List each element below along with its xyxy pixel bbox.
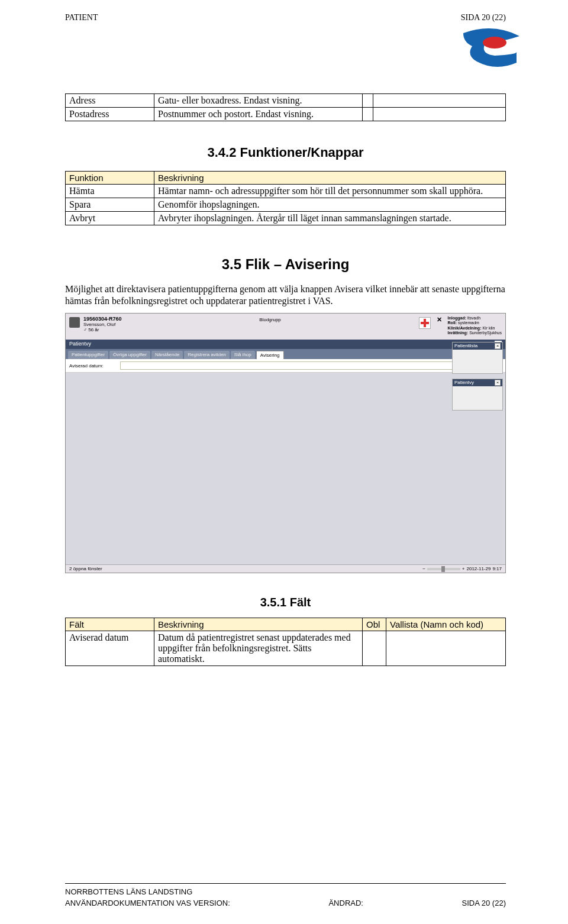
- cell: [363, 94, 373, 108]
- tab-ovriga[interactable]: Övriga uppgifter: [109, 351, 150, 359]
- bloodgroup-label: Blodgrupp: [125, 316, 415, 322]
- page-header: PATIENT SIDA 20 (22): [65, 13, 506, 22]
- heading-342: 3.4.2 Funktioner/Knappar: [65, 145, 506, 160]
- fields-table: Fält Beskrivning Obl Vallista (Namn och …: [65, 618, 506, 666]
- table-header-row: Fält Beskrivning Obl Vallista (Namn och …: [66, 618, 506, 631]
- cell: Postadress: [66, 108, 154, 121]
- cell: Gatu- eller boxadress. Endast visning.: [154, 94, 363, 108]
- page-footer: NORRBOTTENS LÄNS LANDSTING ANVÄNDARDOKUM…: [65, 883, 506, 907]
- table-row: Adress Gatu- eller boxadress. Endast vis…: [66, 94, 506, 108]
- tab-registrera-avliden[interactable]: Registrera avliden: [184, 351, 229, 359]
- panel-title: Patientvy: [454, 380, 474, 386]
- patient-name: Svensson, Olof: [83, 322, 122, 327]
- footer-changed: ÄNDRAD:: [328, 899, 363, 907]
- th-beskrivning: Beskrivning: [154, 172, 506, 185]
- open-windows-label: 2 öppna fönster: [69, 566, 102, 571]
- patient-age: ♂ 56 år: [83, 327, 122, 332]
- cell: Postnummer och postort. Endast visning.: [154, 108, 363, 121]
- status-time: 9:17: [492, 566, 502, 571]
- section-35-body: Möjlighet att direktavisera patientuppgi…: [65, 283, 506, 307]
- address-table: Adress Gatu- eller boxadress. Endast vis…: [65, 93, 506, 121]
- panel-patientvy: Patientvy×: [452, 379, 503, 411]
- aviserad-label: Aviserad datum:: [69, 363, 117, 369]
- table-row: Postadress Postnummer och postort. Endas…: [66, 108, 506, 121]
- ss-topbar: 19560304-R760 Svensson, Olof ♂ 56 år Blo…: [66, 314, 505, 340]
- cell: [373, 94, 506, 108]
- red-cross-icon: [419, 317, 431, 329]
- aviserad-row: Aviserad datum: Avisera: [66, 359, 505, 373]
- th-vallista: Vallista (Namn och kod): [386, 618, 506, 631]
- login-meta: Inloggad: ltsvadh Roll: systemadm Klinik…: [448, 316, 502, 336]
- cell: Spara: [66, 198, 154, 212]
- heading-35: 3.5 Flik – Avisering: [65, 256, 506, 273]
- header-left: PATIENT: [65, 13, 98, 22]
- tab-sla-ihop[interactable]: Slå ihop: [231, 351, 255, 359]
- cell: [386, 631, 506, 666]
- table-row: Aviserad datum Datum då patientregistret…: [66, 631, 506, 666]
- cell: Avbryt: [66, 212, 154, 225]
- panel-patientlista: Patientlista×: [452, 342, 503, 374]
- footer-org: NORRBOTTENS LÄNS LANDSTING: [65, 887, 192, 896]
- th-obl: Obl: [363, 618, 386, 631]
- panel-title: Patientlista: [454, 343, 477, 349]
- zoom-slider[interactable]: − + 2012-11-29 9:17: [422, 566, 502, 571]
- table-row: Avbryt Avbryter ihopslagningen. Återgår …: [66, 212, 506, 225]
- panel-close-icon[interactable]: ×: [495, 343, 501, 349]
- tab-bar: Patientuppgifter Övriga uppgifter Närstå…: [66, 349, 505, 359]
- status-date: 2012-11-29: [467, 566, 491, 571]
- table-row: Spara Genomför ihopslagningen.: [66, 198, 506, 212]
- footer-page: SIDA 20 (22): [462, 899, 506, 907]
- tab-avisering[interactable]: Avisering: [256, 351, 284, 359]
- close-icon[interactable]: ✕: [434, 316, 444, 324]
- cell: Avbryter ihopslagningen. Återgår till lä…: [154, 212, 506, 225]
- window-titlebar: Patientvy ×: [66, 340, 505, 349]
- th-beskrivning: Beskrivning: [154, 618, 363, 631]
- cell: [373, 108, 506, 121]
- functions-table: Funktion Beskrivning Hämta Hämtar namn- …: [65, 171, 506, 225]
- tab-patientuppgifter[interactable]: Patientuppgifter: [68, 351, 108, 359]
- cell: [363, 108, 373, 121]
- table-row: Hämta Hämtar namn- och adressuppgifter s…: [66, 185, 506, 198]
- app-screenshot: 19560304-R760 Svensson, Olof ♂ 56 år Blo…: [65, 313, 506, 573]
- tab-narstaende[interactable]: Närstående: [151, 351, 183, 359]
- window-title: Patientvy: [69, 341, 91, 348]
- plus-icon[interactable]: +: [462, 566, 465, 571]
- th-falt: Fält: [66, 618, 154, 631]
- patient-id-block: 19560304-R760 Svensson, Olof ♂ 56 år: [83, 316, 122, 332]
- cell: Hämtar namn- och adressuppgifter som hör…: [154, 185, 506, 198]
- avatar-icon: [69, 317, 80, 328]
- cell: Datum då patientregistret senast uppdate…: [154, 631, 363, 666]
- cell: Hämta: [66, 185, 154, 198]
- cell: [363, 631, 386, 666]
- panel-close-icon[interactable]: ×: [495, 380, 501, 386]
- table-header-row: Funktion Beskrivning: [66, 172, 506, 185]
- cell: Adress: [66, 94, 154, 108]
- minus-icon[interactable]: −: [422, 566, 425, 571]
- ss-statusbar: 2 öppna fönster − + 2012-11-29 9:17: [66, 564, 505, 573]
- vas-logo-icon: [460, 27, 525, 69]
- cell: Genomför ihopslagningen.: [154, 198, 506, 212]
- cell: Aviserad datum: [66, 631, 154, 666]
- footer-version: ANVÄNDARDOKUMENTATION VAS VERSION:: [65, 899, 230, 907]
- svg-point-0: [483, 37, 506, 49]
- aviserad-datum-input[interactable]: [120, 361, 472, 370]
- th-funktion: Funktion: [66, 172, 154, 185]
- header-right: SIDA 20 (22): [461, 13, 506, 22]
- heading-351: 3.5.1 Fält: [65, 596, 506, 609]
- patient-id: 19560304-R760: [83, 316, 122, 322]
